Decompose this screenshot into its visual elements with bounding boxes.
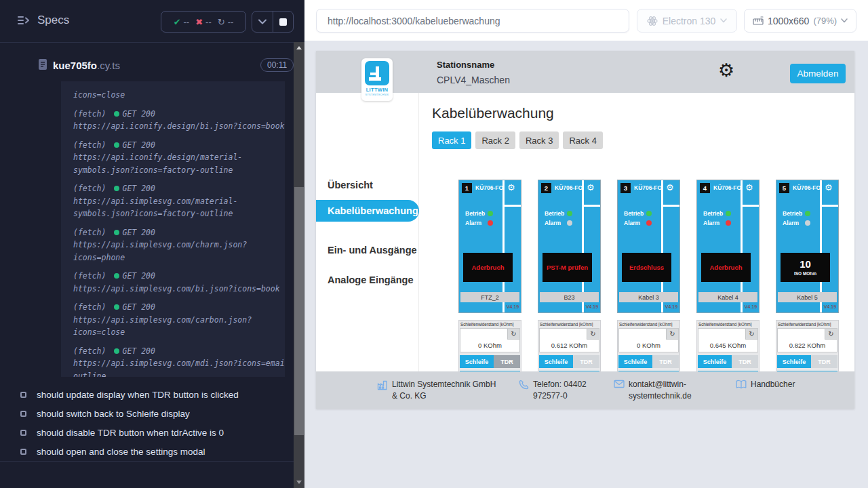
resistance-label: Schleifenwiderstand [kOhm] [460, 322, 520, 327]
module-face: 5KÜ706-FO⚙BetriebAlarm10ISO MOhmKabel 5V… [776, 180, 839, 313]
betrieb-led-row: Betrieb [624, 210, 652, 217]
resistance-label: Schleifenwiderstand [kOhm] [777, 322, 837, 327]
betrieb-led [567, 211, 572, 216]
scroll-down-arrow[interactable] [296, 481, 302, 484]
alarm-led-row: Alarm [465, 220, 493, 226]
footer-text[interactable]: kontakt@littwin-systemtechnik.de [629, 379, 698, 402]
browser-selector[interactable]: Electron 130 [637, 9, 737, 33]
module-model-label: KÜ706-FO [475, 184, 503, 191]
phone-icon [519, 379, 529, 402]
refresh-icon[interactable]: ↻ [666, 329, 678, 340]
module-number-badge: 2 [541, 183, 551, 193]
test-item[interactable]: should switch back to Schleife display [0, 404, 294, 423]
schleife-button[interactable]: Schleife [460, 355, 494, 368]
resistance-panel: Schleifenwiderstand [kOhm]↻0.645 KOhmSch… [696, 320, 760, 378]
viewport-selector[interactable]: 1000x660 (79%) [744, 9, 856, 33]
tdr-button: TDR [732, 355, 758, 368]
sidebar-item-1[interactable]: Übersicht [316, 174, 419, 196]
rack-tab-4[interactable]: Rack 4 [563, 131, 602, 149]
test-item[interactable]: should update display when TDR button is… [0, 385, 294, 404]
settings-gear-icon[interactable]: ⚙ [718, 60, 734, 81]
fetch-status: GET 200 [122, 302, 155, 312]
schleife-button[interactable]: Schleife [539, 355, 573, 368]
module-number-badge: 4 [700, 183, 710, 193]
command-log[interactable]: icons=close(fetch)GET 200https://api.ico… [61, 81, 285, 377]
resistance-value-box: ↻0.645 KOhm [698, 328, 758, 352]
specs-button[interactable]: Specs [18, 14, 69, 27]
log-fetch-line: (fetch)GET 200 [73, 108, 279, 121]
firmware-version: V4.19 [743, 304, 759, 309]
module-gear-icon[interactable]: ⚙ [666, 182, 674, 192]
cable-name-label: FTZ_2 [460, 292, 519, 302]
refresh-icon[interactable]: ↻ [507, 329, 519, 340]
alarm-led-row: Alarm [545, 220, 572, 226]
pending-icon: ↻ [218, 17, 225, 27]
test-title: should open and close the settings modal [37, 447, 205, 457]
refresh-icon[interactable]: ↻ [587, 329, 599, 340]
fetch-status: GET 200 [122, 109, 155, 119]
station-info: Stationsname CPLV4_Maschen [437, 60, 510, 85]
resistance-panel: Schleifenwiderstand [kOhm]↻0.822 KOhmSch… [776, 320, 839, 378]
log-entry[interactable]: (fetch)GET 200https://api.iconify.design… [73, 108, 279, 133]
collapse-button[interactable] [252, 12, 273, 32]
scroll-up-arrow[interactable] [296, 46, 302, 49]
schleife-button[interactable]: Schleife [698, 355, 732, 368]
fetch-status: GET 200 [122, 140, 155, 150]
test-item[interactable]: should open and close the settings modal [0, 442, 294, 461]
tdr-button[interactable]: TDR [494, 355, 520, 368]
spec-row[interactable]: kue705fo.cy.ts 00:11 [0, 51, 294, 81]
module-model-label: KÜ706-FO [555, 184, 583, 191]
module-card: 1KÜ706-FO⚙BetriebAlarmAderbruchFTZ_2V4.1… [458, 180, 521, 313]
alarm-led [488, 220, 493, 226]
logout-button[interactable]: Abmelden [790, 64, 846, 83]
footer-text[interactable]: Telefon: 04402 972577-0 [533, 379, 607, 402]
electron-icon [647, 16, 658, 26]
schleife-button[interactable]: Schleife [777, 355, 811, 368]
footer-text[interactable]: Handbücher [751, 379, 795, 392]
test-item[interactable]: should disable TDR button when tdrActive… [0, 423, 294, 442]
footer-text[interactable]: Littwin Systemtechnik GmbH & Co. KG [392, 379, 502, 402]
measure-buttons: SchleifeTDR [777, 355, 837, 368]
aut-pane: http://localhost:3000/kabelueberwachung … [304, 0, 868, 488]
stop-button[interactable] [273, 12, 294, 32]
alarm-led-row: Alarm [783, 220, 810, 226]
rack-tab-1[interactable]: Rack 1 [432, 131, 471, 149]
resistance-value: 0.645 KOhm [698, 342, 757, 349]
module-gear-icon[interactable]: ⚙ [507, 182, 515, 192]
rack-tab-2[interactable]: Rack 2 [475, 131, 515, 149]
betrieb-led-row: Betrieb [783, 210, 810, 217]
fetch-label: (fetch) [73, 228, 106, 237]
reporter-scrollbar[interactable] [294, 42, 304, 488]
firmware-version: V4.19 [822, 304, 838, 309]
measure-buttons: SchleifeTDR [698, 355, 758, 368]
log-entry[interactable]: (fetch)GET 200https://api.simplesvg.com/… [73, 182, 279, 220]
log-entry[interactable]: (fetch)GET 200https://api.simplesvg.com/… [73, 301, 279, 339]
sidebar-item-3[interactable]: Ein- und Ausgänge [316, 239, 419, 261]
log-entry[interactable]: (fetch)GET 200https://api.simplesvg.com/… [73, 345, 279, 378]
url-input[interactable]: http://localhost:3000/kabelueberwachung [316, 9, 629, 33]
scrollbar-thumb[interactable] [294, 187, 304, 435]
resistance-label: Schleifenwiderstand [kOhm] [698, 322, 758, 327]
schleife-button[interactable]: Schleife [618, 355, 652, 368]
module-face: 1KÜ706-FO⚙BetriebAlarmAderbruchFTZ_2V4.1… [458, 180, 521, 313]
resistance-value-box: ↻0.822 KOhm [777, 328, 837, 352]
module-card: 2KÜ706-FO⚙BetriebAlarmPST-M prüfenB23V4.… [538, 180, 601, 313]
log-entry[interactable]: icons=close [73, 89, 279, 102]
refresh-icon[interactable]: ↻ [825, 329, 837, 340]
sidebar-item-4[interactable]: Analoge Eingänge [316, 269, 419, 291]
log-entry[interactable]: (fetch)GET 200https://api.iconify.design… [73, 139, 279, 177]
alarm-led [805, 220, 810, 226]
module-gear-icon[interactable]: ⚙ [745, 182, 753, 192]
log-entry[interactable]: (fetch)GET 200https://api.simplesvg.com/… [73, 226, 279, 264]
refresh-icon[interactable]: ↻ [745, 329, 757, 340]
log-entry[interactable]: (fetch)GET 200https://api.simplesvg.com/… [73, 270, 279, 295]
sidebar-item-2[interactable]: Kabelüberwachung [316, 200, 419, 222]
log-url-line: https://api.iconify.design/bi.json?icons… [73, 120, 279, 133]
module-gear-icon[interactable]: ⚙ [587, 182, 595, 192]
rack-tab-3[interactable]: Rack 3 [519, 131, 559, 149]
display-alarm-text: PST-M prüfen [547, 264, 588, 271]
menu-expand-icon [18, 16, 31, 25]
module-divider [743, 205, 759, 207]
module-gear-icon[interactable]: ⚙ [825, 182, 833, 192]
resistance-value: 0.822 KOhm [778, 342, 837, 349]
